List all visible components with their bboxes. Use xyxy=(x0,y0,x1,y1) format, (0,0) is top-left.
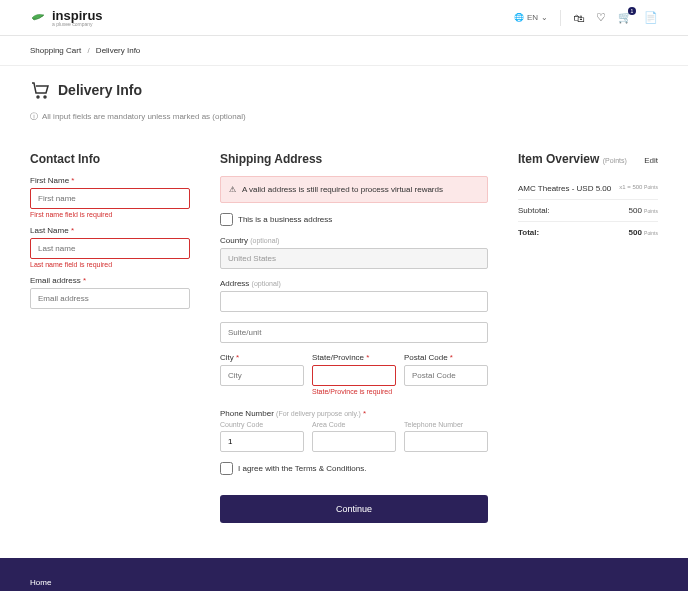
footer-home[interactable]: Home xyxy=(30,578,78,587)
warning-icon: ⚠ xyxy=(229,185,236,194)
address-input[interactable] xyxy=(220,291,488,312)
state-label: State/Province * xyxy=(312,353,396,362)
divider xyxy=(560,10,561,26)
overview-title: Item Overview (Points) Edit xyxy=(518,152,658,166)
address-alert: ⚠ A valid address is still required to p… xyxy=(220,176,488,203)
area-code-input[interactable] xyxy=(312,431,396,452)
telephone-input[interactable] xyxy=(404,431,488,452)
terms-checkbox[interactable] xyxy=(220,462,233,475)
country-input[interactable] xyxy=(220,248,488,269)
footer: Home Contact Us Sign Out Cookie Policy i… xyxy=(0,558,688,591)
logo[interactable]: inspirus a pluxee company xyxy=(30,8,103,27)
cart-icon xyxy=(30,81,50,99)
business-label: This is a business address xyxy=(238,215,332,224)
cc-label: Country Code xyxy=(220,421,304,428)
heart-icon[interactable]: ♡ xyxy=(596,11,606,24)
lname-error: Last name field is required xyxy=(30,261,190,268)
cart-icon[interactable]: 🛒1 xyxy=(618,11,632,24)
overview-subtotal: Subtotal: 500 Points xyxy=(518,200,658,222)
country-code-input[interactable] xyxy=(220,431,304,452)
country-label: Country (optional) xyxy=(220,236,488,245)
breadcrumb-cart[interactable]: Shopping Cart xyxy=(30,46,81,55)
lname-input[interactable] xyxy=(30,238,190,259)
breadcrumb-delivery: Delivery Info xyxy=(96,46,140,55)
email-label: Email address * xyxy=(30,276,190,285)
overview-item: AMC Theatres - USD 5.00 x1 = 500 Points xyxy=(518,178,658,200)
ac-label: Area Code xyxy=(312,421,396,428)
state-error: State/Province is required xyxy=(312,388,396,395)
footer-logo: inspirus xyxy=(591,578,658,591)
tn-label: Telephone Number xyxy=(404,421,488,428)
language-selector[interactable]: 🌐 EN ⌄ xyxy=(514,13,548,22)
state-select[interactable] xyxy=(312,365,396,386)
chevron-down-icon: ⌄ xyxy=(541,13,548,22)
edit-link[interactable]: Edit xyxy=(644,156,658,165)
lang-label: EN xyxy=(527,13,538,22)
header-right: 🌐 EN ⌄ 🛍 ♡ 🛒1 📄 xyxy=(514,10,658,26)
cart-badge: 1 xyxy=(628,7,636,15)
phone-label: Phone Number (For delivery purpose only.… xyxy=(220,409,488,418)
continue-button[interactable]: Continue xyxy=(220,495,488,523)
header: inspirus a pluxee company 🌐 EN ⌄ 🛍 ♡ 🛒1 … xyxy=(0,0,688,36)
shipping-title: Shipping Address xyxy=(220,152,488,166)
contact-info-title: Contact Info xyxy=(30,152,190,166)
terms-label: I agree with the Terms & Conditions. xyxy=(238,464,366,473)
address-label: Address (optional) xyxy=(220,279,488,288)
bag-icon[interactable]: 🛍 xyxy=(573,12,584,24)
page-title: Delivery Info xyxy=(30,81,658,99)
fname-error: First name field is required xyxy=(30,211,190,218)
email-input[interactable] xyxy=(30,288,190,309)
city-input[interactable] xyxy=(220,365,304,386)
business-checkbox[interactable] xyxy=(220,213,233,226)
lname-label: Last Name * xyxy=(30,226,190,235)
breadcrumb: Shopping Cart / Delivery Info xyxy=(0,36,688,66)
city-label: City * xyxy=(220,353,304,362)
overview-total: Total: 500 Points xyxy=(518,222,658,243)
postal-label: Postal Code * xyxy=(404,353,488,362)
fname-label: First Name * xyxy=(30,176,190,185)
postal-input[interactable] xyxy=(404,365,488,386)
mandatory-info: ⓘ All input fields are mandatory unless … xyxy=(30,111,658,122)
info-icon: ⓘ xyxy=(30,111,38,122)
fname-input[interactable] xyxy=(30,188,190,209)
globe-icon: 🌐 xyxy=(514,13,524,22)
document-icon[interactable]: 📄 xyxy=(644,11,658,24)
leaf-icon xyxy=(30,11,48,25)
suite-input[interactable] xyxy=(220,322,488,343)
